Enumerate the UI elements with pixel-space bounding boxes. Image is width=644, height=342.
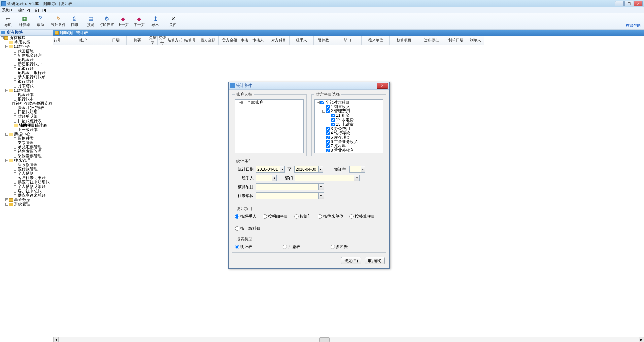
tree-toggle-icon[interactable]: − [5, 159, 8, 162]
tree-toggle-icon[interactable]: − [322, 110, 325, 113]
dropdown-icon[interactable]: ▼ [318, 193, 324, 199]
column-header[interactable]: 结算方式 [167, 36, 183, 45]
dialog-close-button[interactable]: ✕ [377, 83, 388, 89]
cancel-button[interactable]: 取消(N) [365, 257, 385, 264]
subject-checkbox[interactable] [326, 127, 330, 131]
report-type-radio[interactable] [331, 245, 335, 249]
item-input[interactable] [256, 184, 318, 190]
handler-combo[interactable]: ▼ [256, 175, 277, 181]
dialog-titlebar[interactable]: 统计条件 ✕ [229, 82, 389, 90]
stat-project-option[interactable]: 按往来单位 [318, 214, 343, 219]
sidebar-header[interactable]: 所有模块 [0, 30, 53, 36]
online-help-link[interactable]: 在线帮助 [626, 23, 641, 28]
toolbar-关闭-button[interactable]: ✕关闭 [165, 14, 181, 29]
dropdown-icon[interactable]: ▼ [318, 184, 324, 190]
toolbar-计算器-button[interactable]: ▦计算器 [16, 14, 32, 29]
subject-checkbox[interactable] [331, 114, 335, 117]
unit-combo[interactable]: ▼ [256, 192, 324, 199]
account-tree[interactable]: − 全部账户 [235, 99, 304, 153]
dropdown-icon[interactable]: ▼ [354, 175, 359, 181]
nav-node[interactable]: +系统管理 [0, 202, 53, 206]
dept-input[interactable] [295, 175, 354, 181]
dropdown-icon[interactable]: ▼ [318, 166, 323, 172]
item-combo[interactable]: ▼ [256, 183, 324, 190]
scroll-left-button[interactable]: ◀ [53, 337, 59, 342]
subject-checkbox[interactable] [326, 144, 330, 148]
column-header[interactable]: 摘要 [127, 36, 148, 45]
date-from-input[interactable] [256, 166, 280, 172]
stat-project-radio[interactable] [263, 214, 267, 219]
toolbar-打印设置-button[interactable]: ⚙打印设置 [99, 14, 115, 29]
column-header[interactable]: 经手人 [290, 36, 314, 45]
scroll-thumb[interactable] [319, 337, 330, 342]
column-header[interactable]: 账户 [61, 36, 105, 45]
column-header[interactable]: 日期 [105, 36, 127, 45]
dept-combo[interactable]: ▼ [295, 175, 360, 181]
column-header[interactable]: 审核人 [248, 36, 268, 45]
column-header[interactable]: 达账标志 [418, 36, 444, 45]
dropdown-icon[interactable]: ▼ [272, 175, 276, 181]
toolbar-下一页-button[interactable]: ◆下一页 [131, 14, 147, 29]
column-header[interactable]: 审核 [240, 36, 248, 45]
dropdown-icon[interactable]: ▼ [361, 166, 365, 172]
subject-checkbox[interactable] [326, 109, 330, 113]
scroll-track[interactable] [59, 337, 639, 342]
report-type-option[interactable]: 多栏账 [331, 244, 348, 250]
ok-button[interactable]: 确定(Y) [341, 257, 361, 264]
toolbar-上一页-button[interactable]: ◆上一页 [115, 14, 131, 29]
report-type-radio[interactable] [235, 245, 239, 249]
toolbar-导航-button[interactable]: ▭导航 [0, 14, 16, 29]
column-header[interactable]: 贷方金额 [219, 36, 240, 45]
report-type-radio[interactable] [283, 245, 287, 249]
tree-toggle-icon[interactable]: − [5, 133, 8, 136]
subject-node[interactable]: 8 营业外收入 [315, 148, 382, 153]
subject-checkbox[interactable] [326, 140, 330, 144]
stat-project-option[interactable]: 按部门 [294, 214, 312, 219]
stat-project-option[interactable]: 按经手人 [235, 214, 257, 219]
subject-tree[interactable]: −全部对方科目1 销售收入−2 管理费用11 租金12 水电费13 电话费3 办… [314, 99, 383, 153]
voucher-combo[interactable]: ▼ [349, 166, 365, 173]
toolbar-预览-button[interactable]: ▤预览 [82, 14, 99, 29]
menu-item[interactable]: 操作[2] [18, 8, 30, 13]
date-to-input[interactable] [295, 166, 318, 172]
report-type-option[interactable]: 明细表 [235, 244, 252, 250]
column-header[interactable]: 行号 [53, 36, 61, 45]
dropdown-icon[interactable]: ▼ [280, 166, 284, 172]
minimize-button[interactable]: — [615, 1, 624, 6]
stat-project-option[interactable]: 按一级科目 [235, 226, 261, 231]
stat-project-radio[interactable] [294, 214, 299, 219]
tree-toggle-icon[interactable]: − [1, 36, 4, 39]
column-header[interactable]: 制单日期 [444, 36, 467, 45]
tree-toggle-icon[interactable]: − [317, 101, 320, 104]
unit-input[interactable] [256, 193, 318, 199]
subject-checkbox[interactable] [326, 105, 330, 109]
tree-toggle-icon[interactable]: − [5, 45, 8, 48]
date-from-combo[interactable]: ▼ [256, 166, 285, 173]
column-header[interactable]: 附件数 [314, 36, 333, 45]
column-header[interactable]: 制单人 [467, 36, 484, 45]
column-header[interactable]: 对方科目 [268, 36, 290, 45]
column-header[interactable]: 凭证字 [148, 36, 158, 45]
toolbar-导出-button[interactable]: ↥导出 [147, 14, 163, 29]
toolbar-统计条件-button[interactable]: ✎统计条件 [50, 14, 66, 29]
column-header[interactable]: 结算号 [183, 36, 197, 45]
stat-project-radio[interactable] [349, 214, 354, 219]
column-header[interactable]: 核算项目 [390, 36, 418, 45]
column-header[interactable]: 借方金额 [197, 36, 219, 45]
stat-project-radio[interactable] [235, 226, 239, 231]
menu-item[interactable]: 窗口[3] [34, 8, 46, 13]
stat-project-option[interactable]: 按核算项目 [349, 214, 375, 219]
subject-node[interactable]: 6 主营业务收入 [315, 140, 382, 144]
account-root-checkbox[interactable] [242, 101, 246, 104]
column-header[interactable]: 部门 [333, 36, 362, 45]
menu-item[interactable]: 系统[1] [2, 8, 13, 13]
expand-icon[interactable]: − [239, 101, 242, 104]
date-to-combo[interactable]: ▼ [294, 166, 323, 173]
stat-project-option[interactable]: 按明细科目 [263, 214, 288, 219]
column-header[interactable]: 凭证号 [158, 36, 167, 45]
handler-input[interactable] [256, 175, 272, 181]
subject-checkbox[interactable] [326, 149, 330, 152]
report-type-option[interactable]: 汇总表 [283, 244, 300, 250]
horizontal-scrollbar[interactable]: ◀ ▶ [53, 337, 644, 342]
toolbar-打印-button[interactable]: ⎙打印 [66, 14, 82, 29]
